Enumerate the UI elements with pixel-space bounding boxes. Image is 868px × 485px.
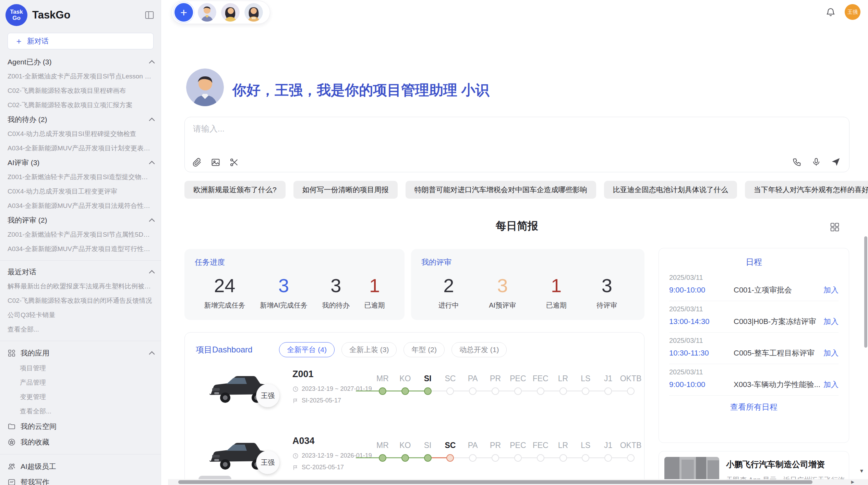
chevron-up-icon[interactable]: [149, 60, 155, 66]
milestone-dot[interactable]: [514, 454, 522, 462]
milestone-dot[interactable]: [379, 387, 386, 395]
chevron-up-icon[interactable]: [149, 351, 155, 357]
sidebar-item-favorites[interactable]: 我的收藏: [0, 434, 161, 450]
join-link[interactable]: 加入: [823, 316, 839, 327]
image-icon[interactable]: [211, 158, 220, 167]
join-link[interactable]: 加入: [823, 285, 839, 295]
chevron-up-icon[interactable]: [149, 218, 155, 224]
attach-icon[interactable]: [192, 158, 202, 167]
suggestion-chip[interactable]: 当下年轻人对汽车外观有怎样的喜好趋势: [745, 181, 868, 199]
chevron-up-icon[interactable]: [149, 117, 155, 123]
scroll-down-arrow-icon[interactable]: ▼: [859, 468, 864, 474]
milestone-dot[interactable]: [401, 454, 409, 462]
view-all-chats-link[interactable]: 查看全部...: [0, 322, 161, 337]
milestone-dot[interactable]: [401, 387, 409, 395]
recent-chat-item[interactable]: C02-飞腾新能源轻客改款项目的闭环通告反馈情况: [0, 294, 161, 308]
member-avatar-1[interactable]: [198, 3, 216, 22]
milestone-dot[interactable]: [627, 387, 635, 395]
sidebar-item-help-me-write[interactable]: 帮我写作: [0, 474, 161, 485]
milestone-dot[interactable]: [559, 454, 567, 462]
chat-input-card: [184, 117, 849, 172]
app-sub-item[interactable]: 查看全部...: [0, 404, 161, 419]
milestone-dot[interactable]: [492, 387, 499, 395]
sidebar-item-cloud-space[interactable]: 我的云空间: [0, 419, 161, 434]
milestone-dot[interactable]: [492, 454, 499, 462]
sidebar-section-header[interactable]: 我的待办 (2): [0, 112, 161, 127]
dashboard-tabs: 全新平台 (4)全新上装 (3)年型 (2)动总开发 (1): [279, 342, 507, 357]
horizontal-scrollbar[interactable]: ▶: [168, 479, 868, 485]
milestone-dot[interactable]: [446, 454, 454, 462]
milestone-dot[interactable]: [424, 387, 432, 395]
milestone-dot[interactable]: [559, 387, 567, 395]
scroll-right-arrow-icon[interactable]: ▶: [851, 480, 854, 484]
member-avatar-2[interactable]: [221, 3, 240, 22]
milestone-dot[interactable]: [582, 387, 589, 395]
milestone-dot[interactable]: [582, 454, 589, 462]
chat-input[interactable]: [193, 123, 837, 152]
project-row[interactable]: 王强Z0012023-12-19 ~ 2027-01-19SI-2025-05-…: [196, 364, 644, 415]
sidebar-item[interactable]: Z001-全新燃油轻卡产品开发项目SI造型提交物评审: [0, 170, 161, 184]
user-avatar[interactable]: 王强: [845, 4, 860, 20]
chevron-up-icon[interactable]: [149, 161, 155, 166]
view-all-schedule-link[interactable]: 查看所有日程: [669, 396, 839, 419]
recent-chat-item[interactable]: 解释最新出台的欧盟报废车法规再生塑料比例被调至15%...: [0, 279, 161, 294]
send-icon[interactable]: [831, 157, 841, 167]
join-link[interactable]: 加入: [823, 348, 839, 358]
mic-icon[interactable]: [811, 157, 821, 167]
section-header-label: Agent已办 (3): [8, 57, 51, 67]
app-sub-item[interactable]: 项目管理: [0, 361, 161, 375]
member-avatar-3[interactable]: [244, 3, 263, 22]
milestone-dot[interactable]: [446, 387, 454, 395]
suggestion-chip[interactable]: 欧洲新规最近颁布了什么?: [184, 181, 286, 199]
milestone-dot[interactable]: [424, 454, 432, 462]
project-row[interactable]: 王强A0342023-12-19 ~ 2026-01-19SC-2025-05-…: [196, 431, 644, 482]
milestone-dot[interactable]: [469, 454, 477, 462]
vertical-scrollbar-thumb[interactable]: [864, 236, 867, 348]
app-sub-item[interactable]: 产品管理: [0, 375, 161, 390]
milestone-dot[interactable]: [537, 387, 544, 395]
dashboard-tab[interactable]: 全新上装 (3): [341, 342, 397, 357]
suggestion-chip[interactable]: 如何写一份清晰的项目周报: [293, 181, 398, 199]
sidebar-item-ai-super-staff[interactable]: AI超级员工: [0, 459, 161, 474]
recent-chat-item[interactable]: 公司Q3轻卡销量: [0, 308, 161, 322]
dashboard-tab[interactable]: 年型 (2): [403, 342, 445, 357]
sidebar-item[interactable]: C0X4-动力总成开发项目工程变更评审: [0, 184, 161, 199]
sidebar-item[interactable]: A034-全新新能源MUV产品开发项目计划变更表编写: [0, 141, 161, 156]
sidebar-item[interactable]: Z001-全新燃油轻卡产品开发项目SI节点属性5D文件评审: [0, 227, 161, 242]
milestone-dot[interactable]: [514, 387, 522, 395]
sidebar-item[interactable]: A034-全新新能源MUV产品开发项目造型可行性评审: [0, 242, 161, 256]
add-conversation-button[interactable]: +: [174, 3, 193, 22]
milestone-dot[interactable]: [604, 454, 612, 462]
sidebar-item[interactable]: A034-全新新能源MUV产品开发项目法规符合性评审: [0, 199, 161, 213]
milestone-dot[interactable]: [379, 454, 386, 462]
sidebar-item-my-apps[interactable]: 我的应用: [0, 345, 161, 361]
stat-value: 2: [438, 274, 459, 297]
sidebar-section-header[interactable]: AI评审 (3): [0, 156, 161, 170]
new-chat-button[interactable]: ＋ 新对话: [8, 33, 154, 49]
stat-item: 3AI预评审: [489, 274, 516, 310]
sidebar-item[interactable]: C0X4-动力总成开发项目SI里程碑提交物检查: [0, 127, 161, 141]
sidebar-section-header[interactable]: Agent已办 (3): [0, 55, 161, 69]
milestone-dot[interactable]: [537, 454, 544, 462]
suggestion-chip[interactable]: 比亚迪全固态电池计划具体说了什么: [604, 181, 737, 199]
suggestion-chip[interactable]: 特朗普可能对进口汽车增税会对中国车企造成哪些影响: [406, 181, 596, 199]
milestone-dot[interactable]: [469, 387, 477, 395]
milestone-dot[interactable]: [627, 454, 635, 462]
sidebar-item[interactable]: C02-飞腾新能源轻客改款项目立项汇报方案: [0, 98, 161, 112]
milestone-dot[interactable]: [604, 387, 612, 395]
bell-icon[interactable]: [825, 7, 836, 17]
sidebar-section-header[interactable]: 最近对话: [0, 265, 161, 279]
dashboard-tab[interactable]: 动总开发 (1): [451, 342, 507, 357]
sidebar-item[interactable]: Z001-全新燃油皮卡产品开发项目SI节点Lesson Learn报告: [0, 69, 161, 84]
horizontal-scrollbar-thumb[interactable]: [178, 480, 812, 484]
dashboard-tab[interactable]: 全新平台 (4): [279, 342, 335, 357]
sidebar-section-header[interactable]: 我的评审 (2): [0, 213, 161, 227]
layout-grid-icon[interactable]: [830, 222, 840, 232]
phone-icon[interactable]: [792, 157, 802, 167]
app-sub-item[interactable]: 变更管理: [0, 390, 161, 404]
chevron-up-icon[interactable]: [149, 270, 155, 276]
scissors-icon[interactable]: [229, 158, 239, 167]
join-link[interactable]: 加入: [823, 380, 839, 390]
sidebar-collapse-icon[interactable]: [144, 10, 155, 20]
sidebar-item[interactable]: C02-飞腾新能源轻客改款项目里程碑画布: [0, 84, 161, 98]
